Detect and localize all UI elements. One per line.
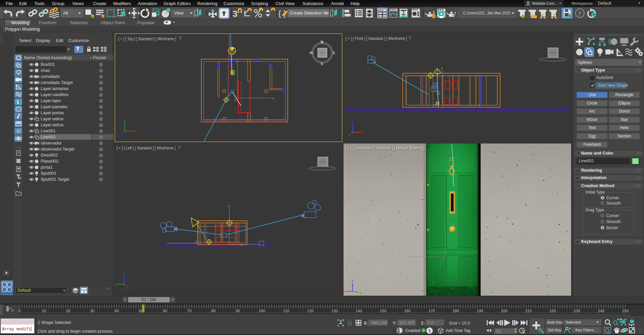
svg-text:Selected: Selected [566,320,581,324]
svg-text:y: y [349,132,351,136]
svg-text:z: z [123,271,125,276]
svg-text:230: 230 [574,309,580,313]
svg-text:250: 250 [622,309,629,313]
svg-text:[ + ] [ Front ] [ Standard ] [: [ + ] [ Front ] [ Standard ] [ Wireframe… [346,36,407,41]
svg-text:240: 240 [598,309,604,313]
svg-text:40: 40 [115,309,119,313]
svg-text:Add Time Tag: Add Time Tag [446,328,470,333]
svg-text:X:: X: [364,321,368,326]
svg-text:200: 200 [501,309,508,313]
svg-text:[ + ] [ Left ] [ Standard ] [: [ + ] [ Left ] [ Standard ] [ Wireframe … [117,146,175,151]
svg-text:x: x [127,285,129,289]
svg-text:160: 160 [404,309,410,313]
svg-text:30: 30 [90,309,94,313]
svg-text:150: 150 [380,309,386,313]
svg-text:51: 51 [496,329,501,334]
svg-text:130: 130 [331,309,338,313]
svg-text:10: 10 [42,309,46,313]
svg-text:x: x [344,289,345,293]
svg-text:x: x [408,255,410,259]
svg-text:Y:: Y: [393,321,397,326]
svg-text:y: y [115,282,117,286]
svg-text:{: { [278,9,281,18]
svg-text:y: y [439,262,441,266]
svg-text:x: x [134,129,136,133]
svg-text:C:\Users\202...3ds Max 2023: C:\Users\202...3ds Max 2023 [463,11,510,15]
svg-text:LEFT: LEFT [320,161,326,163]
svg-text:90: 90 [236,309,240,313]
svg-text:View: View [174,10,184,15]
svg-text:[ + ] [ Top ] [ Standard ] [ W: [ + ] [ Top ] [ Standard ] [ Wireframe ] [118,37,176,41]
svg-text:22: 22 [449,156,455,162]
svg-text:180: 180 [452,309,459,313]
svg-text:110: 110 [283,309,289,313]
svg-text:x: x [362,130,364,134]
svg-text:N: N [321,40,323,44]
svg-text:[ + ] [ convidado ] [ Standard: [ + ] [ convidado ] [ Standard ] [ Defau… [346,146,425,151]
svg-text:0: 0 [18,309,21,313]
svg-text:60: 60 [163,309,167,313]
svg-text:z: z [352,279,354,283]
svg-text:100: 100 [259,309,265,313]
svg-text:Auto Key: Auto Key [547,320,563,324]
svg-text:140: 140 [356,309,362,313]
svg-text:80: 80 [211,309,216,313]
svg-text:y: y [195,240,197,244]
svg-text:y: y [124,118,126,122]
svg-text:0.0: 0.0 [428,321,433,325]
svg-text:y: y [236,59,238,63]
svg-text:x: x [272,96,274,100]
svg-text:120: 120 [307,309,314,313]
svg-text:S: S [321,62,323,66]
svg-text:210: 210 [525,309,532,313]
svg-text:Enabled:: Enabled: [405,328,421,333]
svg-text:Create Selection Se: Create Selection Se [290,10,329,15]
svg-text:W: W [310,51,313,55]
svg-text:220: 220 [550,309,556,313]
svg-text:70: 70 [187,309,192,313]
svg-text:x: x [241,243,243,247]
svg-text:FRONT: FRONT [549,52,557,54]
svg-text:z: z [444,221,446,225]
svg-text:170: 170 [428,309,435,313]
svg-text:z: z [228,204,230,208]
svg-text:190: 190 [477,309,483,313]
svg-text:822.403: 822.403 [399,321,414,325]
svg-text:3: 3 [233,9,237,19]
svg-text:x: x [478,103,480,107]
svg-text:Grid = 10.0: Grid = 10.0 [449,321,470,326]
svg-text:20: 20 [66,309,70,313]
svg-text:y: y [360,291,362,295]
svg-text:Key Filters...: Key Filters... [575,328,597,332]
svg-text:Z:: Z: [421,321,425,326]
svg-text:All: All [63,10,68,15]
svg-text:z: z [234,98,236,102]
svg-text:Set Key: Set Key [548,328,562,332]
svg-text:-960.238: -960.238 [370,321,387,325]
svg-text:z: z [352,120,354,124]
svg-text:z: z [441,66,443,70]
svg-text:1: 1 [429,329,431,333]
svg-text:z: z [121,131,123,135]
svg-text:TOP: TOP [320,52,325,54]
svg-text:7: 7 [578,10,581,16]
svg-text:E: E [333,51,335,55]
